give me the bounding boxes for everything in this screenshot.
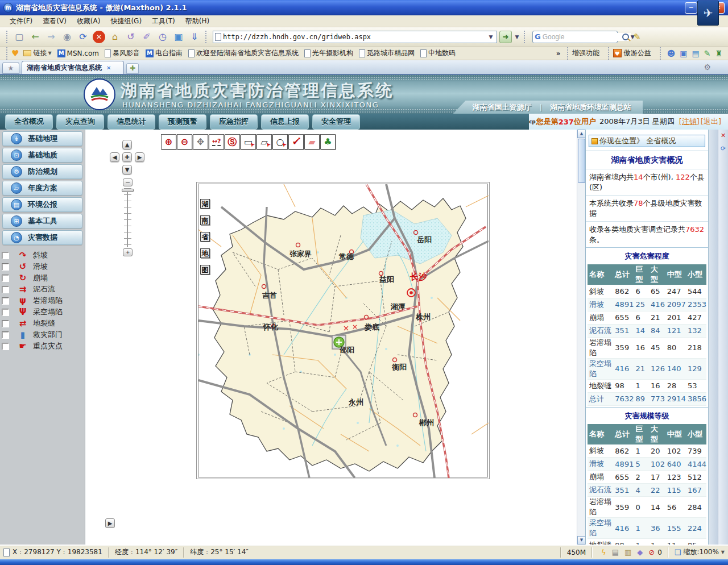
link-land-resources[interactable]: 湖南省国土资源厅 — [473, 102, 532, 113]
game-icon[interactable]: ♜ — [715, 49, 722, 58]
nav-tab-安全管理[interactable]: 安全管理 — [312, 114, 360, 130]
layer-checkbox[interactable] — [2, 286, 9, 293]
layer-checkbox[interactable] — [2, 297, 9, 305]
highlighter-icon[interactable]: ✎ — [634, 32, 641, 42]
pan-up-button[interactable]: ▲ — [122, 140, 132, 149]
layer-checkbox[interactable] — [2, 320, 9, 327]
tab-close-icon[interactable]: ✕ — [106, 65, 111, 71]
bookmark-item[interactable]: M电台指南 — [146, 48, 183, 58]
pan-down-button[interactable]: ▼ — [122, 165, 132, 175]
sidebar-section-环境公报[interactable]: ▤环境公报 — [2, 197, 82, 212]
charity-link[interactable]: 傲游公益 — [624, 48, 651, 58]
user-icon[interactable]: ☻ — [667, 49, 676, 58]
enhance-menu[interactable]: 增强功能 — [572, 48, 599, 58]
scrollbar-thumb[interactable] — [578, 139, 585, 183]
go-dropdown-icon[interactable]: ▼ — [513, 32, 521, 42]
bookmark-item[interactable]: 欢迎登陆湖南省地质灾害信息系统 — [188, 48, 299, 58]
menu-item[interactable]: 文件(F) — [5, 16, 38, 26]
lightning-icon[interactable]: ϟ — [601, 548, 606, 556]
sidebar-section-年度方案[interactable]: ▱年度方案 — [2, 181, 82, 196]
nav-tab-应急指挥[interactable]: 应急指挥 — [210, 114, 258, 130]
bookmark-item[interactable]: MMSN.com — [57, 49, 99, 57]
bookmark-item[interactable]: 暴风影音 — [105, 48, 140, 58]
address-bar[interactable]: ▼ — [213, 31, 497, 43]
paint-icon[interactable]: ✎ — [704, 49, 711, 58]
zoom-level[interactable]: 缩放:100% — [683, 547, 718, 557]
pan-left-button[interactable]: ◀ — [110, 152, 119, 162]
layer-checkbox[interactable] — [2, 331, 9, 339]
bookmark-item[interactable]: 觅路城市精品网 — [359, 48, 415, 58]
tab-active[interactable]: 湖南省地质灾害信息系统 ✕ — [22, 61, 124, 74]
filter-wand-icon[interactable]: ✐ — [139, 30, 154, 44]
zoom-slider-minus-button[interactable]: − — [123, 178, 133, 186]
pan-icon[interactable]: ✥ — [193, 134, 208, 149]
zoom-slider-handle[interactable] — [122, 189, 134, 192]
menu-item[interactable]: 帮助(H) — [180, 16, 214, 26]
ad-hunter-icon[interactable]: ◆ — [637, 548, 643, 556]
sidebar-section-基础地理[interactable]: ↡基础地理 — [2, 131, 82, 146]
sidebar-section-防治规划[interactable]: ⚙防治规划 — [2, 164, 82, 179]
url-input[interactable] — [223, 33, 487, 41]
undo-icon[interactable]: ↺ — [123, 30, 138, 44]
search-box[interactable]: G ▼ — [532, 31, 618, 43]
nav-tab-灾点查询[interactable]: 灾点查询 — [56, 114, 104, 130]
circle-select-icon[interactable]: ○➤ — [272, 134, 288, 149]
url-dropdown-icon[interactable]: ▼ — [487, 32, 495, 42]
download-icon[interactable]: ⇓ — [187, 30, 202, 44]
zoom-in-icon[interactable]: ⊕ — [161, 134, 176, 149]
maxthon-swan-logo[interactable]: ✈ — [697, 1, 719, 26]
zoom-slider-track[interactable] — [124, 188, 131, 247]
nav-tab-信息上报[interactable]: 信息上报 — [261, 114, 309, 130]
history-clock-icon[interactable]: ◷ — [155, 30, 170, 44]
pan-right-button[interactable]: ▶ — [135, 152, 144, 162]
point-select-icon[interactable]: ✔• — [288, 134, 304, 149]
map-next-button[interactable]: ▶ — [105, 518, 115, 528]
back-icon[interactable]: ← — [28, 30, 43, 44]
hunan-map[interactable]: 张家界常德益阳长沙岳阳吉首湘潭株州怀化娄底邵阳衡阳永州郴州 — [198, 184, 489, 478]
sidebar-section-灾害数据[interactable]: ◔灾害数据 — [2, 230, 82, 245]
nav-tab-预测预警[interactable]: 预测预警 — [159, 114, 206, 130]
zoom-out-icon[interactable]: ⊖ — [177, 134, 192, 149]
link-geo-environment[interactable]: 湖南省地质环境监测总站 — [550, 102, 631, 113]
layer-checkbox[interactable] — [2, 343, 9, 350]
zoom-slider-plus-button[interactable]: ＋ — [123, 248, 133, 256]
sidebar-section-基础地质[interactable]: ⊡基础地质 — [2, 148, 82, 163]
new-tab-button[interactable]: ✚ — [126, 63, 139, 74]
favorites-star-icon[interactable]: ★ — [2, 62, 19, 74]
search-icon[interactable] — [622, 34, 629, 40]
sidebar-section-基本工具[interactable]: ⊞基本工具 — [2, 214, 82, 229]
layer-checkbox[interactable] — [2, 309, 9, 316]
polygon-select-icon[interactable]: ▱➤ — [257, 134, 272, 149]
scroll-up-icon[interactable]: ▲ — [577, 130, 586, 138]
stop-icon[interactable]: ✕ — [93, 31, 105, 43]
menu-item[interactable]: 工具(T) — [147, 16, 180, 26]
blocked-count-icon[interactable]: ⊘ — [648, 548, 655, 556]
proxy-icon[interactable]: ▤ — [612, 548, 619, 556]
split-window-icon[interactable]: ▣ — [171, 30, 186, 44]
window-icon[interactable]: ▣ — [680, 49, 687, 58]
scroll-down-icon[interactable]: ▼ — [577, 536, 586, 545]
strip-refresh-icon[interactable]: ⟳ — [721, 145, 726, 152]
rect-select-icon[interactable]: ▭➤ — [241, 134, 256, 149]
new-page-icon[interactable]: ▢ — [12, 30, 27, 44]
layer-checkbox[interactable] — [2, 275, 9, 282]
layer-checkbox[interactable] — [2, 263, 9, 271]
minimize-button[interactable]: ─ — [685, 2, 697, 14]
nav-tab-信息统计[interactable]: 信息统计 — [107, 114, 155, 130]
logout-link[interactable]: [注销] — [679, 117, 700, 127]
forward-icon[interactable]: → — [44, 30, 59, 44]
menu-item[interactable]: 查看(V) — [38, 16, 72, 26]
measure-icon[interactable]: ↔? — [209, 134, 224, 149]
nav-tab-全省概况[interactable]: 全省概况 — [5, 114, 53, 130]
menu-item[interactable]: 收藏(A) — [72, 16, 106, 26]
history-dropdown-icon[interactable]: ◉ — [60, 30, 75, 44]
charity-heart-icon[interactable]: ♥ — [613, 49, 622, 57]
bookmarks-overflow-chevron[interactable]: » — [553, 49, 564, 57]
exit-link[interactable]: [退出] — [701, 117, 721, 127]
pan-center-button[interactable]: ✚ — [122, 152, 132, 162]
eraser-icon[interactable]: ▰ — [304, 134, 320, 149]
content-scrollbar[interactable]: ▲ ▼ — [577, 130, 585, 545]
go-button[interactable]: ➜ — [499, 31, 512, 43]
refresh-icon[interactable]: ⟳ — [76, 30, 90, 44]
bookmark-item[interactable]: 光年摄影机构 — [304, 48, 353, 58]
